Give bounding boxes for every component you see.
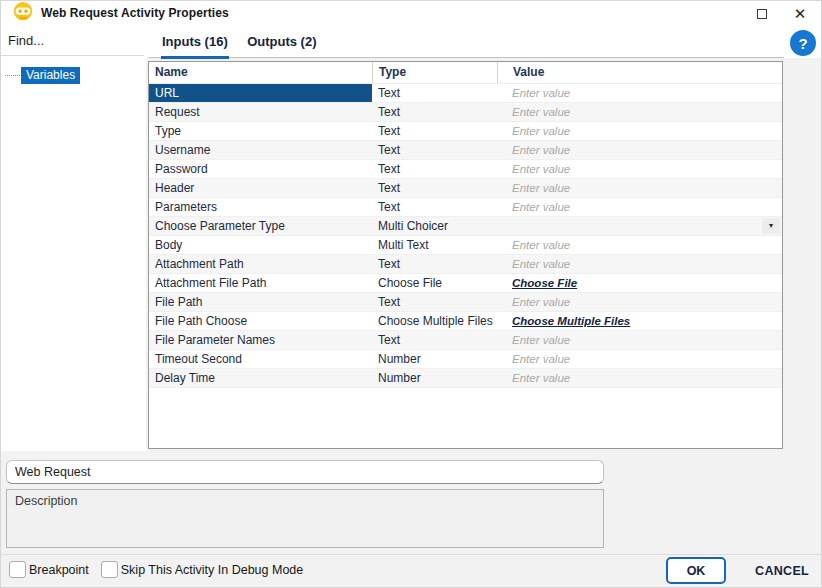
table-row[interactable]: Delay TimeNumberEnter value (149, 369, 782, 388)
choose-file-link[interactable]: Choose File (512, 277, 577, 289)
table-row[interactable]: URLTextEnter value (149, 84, 782, 103)
value-placeholder: Enter value (512, 296, 570, 308)
table-row[interactable]: ParametersTextEnter value (149, 198, 782, 217)
choose-file-link[interactable]: Choose Multiple Files (512, 315, 630, 327)
param-value-cell[interactable]: Enter value (497, 84, 782, 102)
param-type-cell: Multi Text (372, 236, 497, 254)
param-value-cell[interactable]: Enter value (497, 331, 782, 349)
table-row[interactable]: File Parameter NamesTextEnter value (149, 331, 782, 350)
footer-checkboxes: Breakpoint Skip This Activity In Debug M… (9, 561, 315, 578)
param-name-cell[interactable]: Username (149, 141, 372, 159)
table-row[interactable]: UsernameTextEnter value (149, 141, 782, 160)
param-table-body: URLTextEnter valueRequestTextEnter value… (149, 84, 782, 388)
param-name-cell[interactable]: URL (149, 84, 372, 102)
table-row[interactable]: TypeTextEnter value (149, 122, 782, 141)
param-type-cell: Text (372, 103, 497, 121)
help-button[interactable]: ? (790, 30, 816, 56)
table-row[interactable]: File PathTextEnter value (149, 293, 782, 312)
param-value-cell[interactable]: Enter value (497, 141, 782, 159)
titlebar: Web Request Activity Properties ✕ (1, 1, 821, 26)
table-row[interactable]: RequestTextEnter value (149, 103, 782, 122)
param-name-cell[interactable]: File Path (149, 293, 372, 311)
param-name-cell[interactable]: Attachment Path (149, 255, 372, 273)
value-placeholder: Enter value (512, 258, 570, 270)
param-value-cell[interactable]: Enter value (497, 293, 782, 311)
param-type-cell: Text (372, 84, 497, 102)
maximize-icon (757, 9, 767, 19)
value-placeholder: Enter value (512, 87, 570, 99)
footer: Breakpoint Skip This Activity In Debug M… (1, 554, 821, 587)
cancel-button[interactable]: CANCEL (755, 557, 809, 584)
param-value-cell[interactable]: ▾ (497, 217, 782, 235)
breakpoint-checkbox[interactable] (9, 561, 26, 578)
param-value-cell[interactable]: Enter value (497, 255, 782, 273)
value-placeholder: Enter value (512, 144, 570, 156)
param-value-cell[interactable]: Enter value (497, 350, 782, 368)
param-name-cell[interactable]: File Parameter Names (149, 331, 372, 349)
param-name-cell[interactable]: Timeout Second (149, 350, 372, 368)
param-name-cell[interactable]: Parameters (149, 198, 372, 216)
table-row[interactable]: PasswordTextEnter value (149, 160, 782, 179)
param-name-cell[interactable]: Delay Time (149, 369, 372, 387)
param-name-cell[interactable]: Header (149, 179, 372, 197)
param-name-cell[interactable]: Type (149, 122, 372, 140)
ok-button[interactable]: OK (666, 557, 726, 584)
column-header-type[interactable]: Type (372, 62, 497, 83)
value-placeholder: Enter value (512, 334, 570, 346)
param-type-cell: Text (372, 141, 497, 159)
topbar: Inputs (16) Outputs (2) ? (1, 26, 821, 58)
value-placeholder: Enter value (512, 201, 570, 213)
tab-inputs[interactable]: Inputs (16) (161, 26, 229, 59)
param-value-cell[interactable]: Enter value (497, 160, 782, 178)
param-name-cell[interactable]: Password (149, 160, 372, 178)
value-placeholder: Enter value (512, 372, 570, 384)
param-type-cell: Text (372, 331, 497, 349)
param-value-cell[interactable]: Enter value (497, 103, 782, 121)
param-name-cell[interactable]: Request (149, 103, 372, 121)
parameters-table: Name Type Value URLTextEnter valueReques… (148, 61, 783, 449)
column-header-value[interactable]: Value (497, 62, 782, 83)
param-value-cell[interactable]: Choose Multiple Files (497, 312, 782, 330)
param-type-cell: Choose File (372, 274, 497, 292)
robot-icon (11, 2, 35, 24)
activity-name-input[interactable] (6, 460, 604, 484)
table-row[interactable]: Attachment File PathChoose FileChoose Fi… (149, 274, 782, 293)
tab-outputs[interactable]: Outputs (2) (246, 26, 317, 59)
param-value-cell[interactable]: Enter value (497, 179, 782, 197)
param-value-cell[interactable]: Enter value (497, 236, 782, 254)
value-placeholder: Enter value (512, 182, 570, 194)
table-row[interactable]: Timeout SecondNumberEnter value (149, 350, 782, 369)
value-placeholder: Enter value (512, 163, 570, 175)
param-type-cell: Text (372, 255, 497, 273)
param-name-cell[interactable]: File Path Choose (149, 312, 372, 330)
find-input[interactable] (1, 30, 144, 55)
param-type-cell: Text (372, 179, 497, 197)
skip-debug-checkbox[interactable] (101, 561, 118, 578)
variables-label: Variables (21, 67, 80, 84)
description-textarea[interactable] (6, 489, 604, 548)
param-name-cell[interactable]: Body (149, 236, 372, 254)
column-header-name[interactable]: Name (149, 62, 372, 83)
value-placeholder: Enter value (512, 353, 570, 365)
maximize-button[interactable] (749, 4, 775, 23)
param-value-cell[interactable]: Enter value (497, 122, 782, 140)
close-icon[interactable]: ✕ (787, 4, 813, 23)
dropdown-arrow-icon[interactable]: ▾ (762, 218, 780, 234)
table-row[interactable]: Attachment PathTextEnter value (149, 255, 782, 274)
table-row[interactable]: Choose Parameter TypeMulti Choicer▾ (149, 217, 782, 236)
find-field-wrap (1, 30, 144, 56)
value-placeholder: Enter value (512, 125, 570, 137)
table-row[interactable]: File Path ChooseChoose Multiple FilesCho… (149, 312, 782, 331)
value-placeholder: Enter value (512, 106, 570, 118)
table-row[interactable]: BodyMulti TextEnter value (149, 236, 782, 255)
param-value-cell[interactable]: Choose File (497, 274, 782, 292)
sidebar-item-variables[interactable]: Variables (5, 67, 80, 84)
table-row[interactable]: HeaderTextEnter value (149, 179, 782, 198)
param-value-cell[interactable]: Enter value (497, 369, 782, 387)
param-value-cell[interactable]: Enter value (497, 198, 782, 216)
param-type-cell: Text (372, 198, 497, 216)
param-type-cell: Choose Multiple Files (372, 312, 497, 330)
window-title: Web Request Activity Properties (41, 6, 229, 20)
param-name-cell[interactable]: Attachment File Path (149, 274, 372, 292)
param-name-cell[interactable]: Choose Parameter Type (149, 217, 372, 235)
